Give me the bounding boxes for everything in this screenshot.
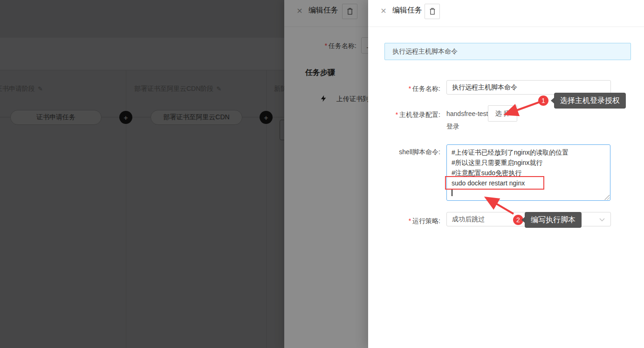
- chevron-down-icon: [599, 218, 605, 222]
- label-text: 运行策略:: [412, 217, 440, 225]
- text-cursor: [452, 189, 452, 196]
- label-text: 任务名称:: [412, 85, 440, 92]
- edit-task-drawer: ✕ 编辑任务 执行远程主机脚本命令 *任务名称: 执行远程主机脚本命令 *主机登…: [368, 0, 644, 348]
- label-text: shell脚本命令:: [399, 148, 440, 156]
- label-text: 主机登录配置:: [399, 111, 440, 118]
- required-mark: *: [409, 85, 411, 92]
- shell-line: sudo docker restart nginx: [452, 178, 605, 188]
- delete-task-button[interactable]: [425, 4, 440, 19]
- required-mark: *: [396, 111, 398, 118]
- run-policy-select[interactable]: 成功后跳过: [446, 212, 611, 226]
- button-label: 选 择: [495, 109, 510, 118]
- selected-option: 成功后跳过: [452, 215, 485, 224]
- shell-script-label: shell脚本命令:: [368, 147, 440, 157]
- task-name-input[interactable]: 执行远程主机脚本命令: [446, 80, 611, 95]
- shell-line: #上传证书已经放到了nginx的读取的位置: [452, 147, 605, 157]
- drawer-title: 编辑任务: [392, 6, 422, 15]
- host-login-label: *主机登录配置:: [368, 110, 440, 119]
- divider: [368, 27, 644, 27]
- required-mark: *: [409, 217, 411, 225]
- app-screen: 证书申请阶段✎ 部署证书至阿里云CDN阶段✎ 新阶段 证书申请任务 + 部署证书…: [0, 0, 644, 348]
- choose-host-button[interactable]: 选 择: [488, 105, 517, 122]
- host-login-value-line2: 登录: [446, 123, 459, 131]
- trash-icon: [429, 7, 436, 15]
- host-login-value: handsfree-test: [446, 110, 488, 117]
- run-policy-label: *运行策略:: [368, 216, 440, 225]
- alert-text: 执行远程主机脚本命令: [392, 48, 458, 56]
- shell-line: #注意配置sudo免密执行: [452, 168, 605, 178]
- task-name-value: 执行远程主机脚本命令: [452, 83, 517, 92]
- task-description-alert: 执行远程主机脚本命令: [384, 43, 631, 60]
- close-icon[interactable]: ✕: [379, 6, 388, 15]
- resize-handle[interactable]: [604, 195, 610, 200]
- shell-line: #所以这里只需要重启nginx就行: [452, 157, 605, 168]
- shell-script-textarea[interactable]: #上传证书已经放到了nginx的读取的位置 #所以这里只需要重启nginx就行 …: [446, 144, 610, 201]
- task-name-label: *任务名称:: [368, 84, 440, 93]
